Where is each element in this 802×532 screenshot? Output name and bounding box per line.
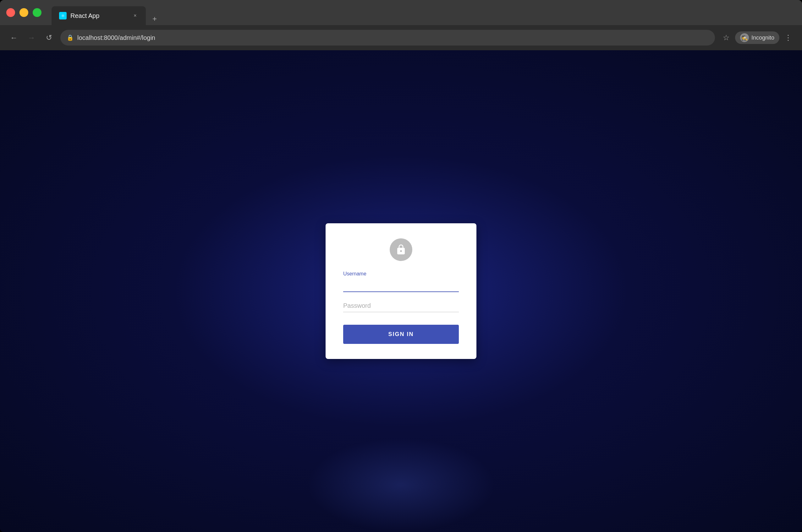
login-card: Username SIGN IN [326,223,476,359]
active-tab[interactable]: ⚛ React App × [52,6,146,25]
incognito-label: Incognito [751,35,774,41]
tab-close-button[interactable]: × [132,13,138,19]
back-button[interactable]: ← [7,32,20,44]
refresh-button[interactable]: ↺ [43,32,55,44]
maximize-traffic-light[interactable] [33,8,41,17]
security-icon: 🔒 [67,34,74,41]
password-input[interactable] [343,300,459,312]
browser-toolbar: ← → ↺ 🔒 localhost:8000/admin#/login ☆ 🕵 … [0,25,802,50]
more-options-button[interactable]: ⋮ [782,32,795,44]
browser-window: ⚛ React App × + ← → ↺ 🔒 localhost:8000/a… [0,0,802,532]
page-content: Username SIGN IN [0,50,802,532]
password-form-group [343,300,459,312]
close-traffic-light[interactable] [6,8,15,17]
username-input[interactable] [343,279,459,292]
tab-title: React App [70,12,99,19]
username-label: Username [343,271,459,277]
url-text: localhost:8000/admin#/login [77,34,709,41]
tab-favicon: ⚛ [59,12,67,19]
username-form-group: Username [343,271,459,292]
tab-bar: ⚛ React App × + [52,0,161,25]
toolbar-actions: ☆ 🕵 Incognito ⋮ [720,32,795,44]
signin-button[interactable]: SIGN IN [343,325,459,344]
forward-button[interactable]: → [25,32,38,44]
address-bar[interactable]: 🔒 localhost:8000/admin#/login [60,30,715,45]
bookmark-button[interactable]: ☆ [720,32,732,44]
incognito-button[interactable]: 🕵 Incognito [735,32,779,44]
traffic-lights [6,8,41,17]
titlebar: ⚛ React App × + [0,0,802,25]
new-tab-button[interactable]: + [148,13,161,25]
minimize-traffic-light[interactable] [19,8,28,17]
incognito-icon: 🕵 [740,33,749,42]
lock-avatar [390,239,412,261]
lock-icon [395,244,407,255]
